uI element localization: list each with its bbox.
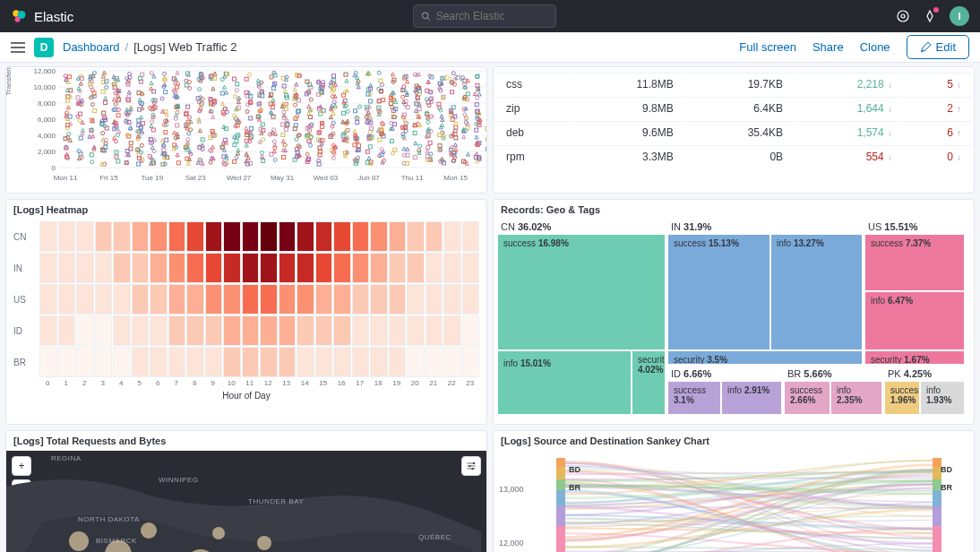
setup-icon[interactable] bbox=[923, 9, 937, 23]
svg-rect-340 bbox=[261, 123, 264, 126]
svg-rect-95 bbox=[116, 114, 120, 117]
global-search[interactable] bbox=[413, 4, 556, 28]
bytes-scatter-chart[interactable]: 12,00010,0008,0006,0004,0002,0000Mon 11F… bbox=[31, 67, 487, 184]
svg-text:4,000: 4,000 bbox=[38, 132, 56, 140]
svg-point-52 bbox=[76, 115, 80, 118]
svg-rect-198 bbox=[165, 138, 168, 142]
svg-point-419 bbox=[309, 98, 313, 101]
treemap-country-US[interactable]: US 15.51%success 7.37%info 6.47%security… bbox=[864, 220, 965, 365]
brand-name: Elastic bbox=[34, 9, 73, 24]
table-row[interactable]: zip 9.8MB 6.4KB 1,644↓ 2↑ bbox=[495, 97, 972, 119]
svg-rect-683 bbox=[466, 92, 469, 96]
svg-rect-773 bbox=[933, 526, 941, 552]
legend-item-zip[interactable]: ▷zip bbox=[445, 73, 465, 82]
svg-rect-470 bbox=[332, 74, 336, 78]
top-nav: Elastic I bbox=[0, 0, 980, 32]
heatmap-chart[interactable]: CNINUSIDBR bbox=[13, 221, 479, 377]
treemap-country-IN[interactable]: IN 31.9%success 15.13%info 13.27%securit… bbox=[667, 220, 863, 365]
user-avatar[interactable]: I bbox=[950, 6, 969, 26]
clone-link[interactable]: Clone bbox=[860, 40, 890, 54]
svg-rect-491 bbox=[357, 144, 361, 148]
table-row[interactable]: rpm 3.3MB 0B 554↓ 0↓ bbox=[495, 145, 972, 168]
elastic-logo-icon bbox=[11, 8, 27, 24]
pencil-icon bbox=[920, 42, 931, 53]
svg-point-332 bbox=[262, 138, 265, 142]
svg-rect-608 bbox=[416, 97, 419, 100]
treemap-country-CN[interactable]: CN 36.02%success 16.98%info 15.01%securi… bbox=[497, 220, 666, 415]
svg-rect-122 bbox=[129, 142, 133, 145]
svg-point-5 bbox=[898, 11, 908, 22]
svg-rect-300 bbox=[236, 82, 239, 86]
svg-rect-612 bbox=[413, 156, 417, 160]
svg-rect-473 bbox=[342, 111, 346, 115]
svg-rect-42 bbox=[79, 136, 82, 140]
full-screen-link[interactable]: Full screen bbox=[739, 40, 796, 54]
svg-rect-670 bbox=[454, 136, 458, 140]
panel-treemap: Records: Geo & Tags CN 36.02%success 16.… bbox=[493, 199, 975, 425]
svg-rect-334 bbox=[262, 160, 265, 163]
svg-text:6,000: 6,000 bbox=[38, 116, 56, 124]
svg-rect-489 bbox=[354, 109, 357, 113]
svg-rect-72 bbox=[102, 111, 106, 115]
svg-text:May 31: May 31 bbox=[271, 174, 295, 182]
svg-rect-373 bbox=[281, 156, 285, 160]
brand-logo[interactable]: Elastic bbox=[11, 8, 73, 24]
svg-point-581 bbox=[401, 95, 405, 99]
svg-point-457 bbox=[331, 125, 334, 128]
svg-rect-772 bbox=[933, 506, 941, 526]
menu-toggle-icon[interactable] bbox=[11, 41, 25, 54]
svg-point-544 bbox=[377, 71, 381, 74]
svg-rect-569 bbox=[390, 139, 393, 142]
svg-rect-289 bbox=[233, 143, 236, 147]
svg-point-348 bbox=[273, 158, 277, 161]
table-row[interactable]: deb 9.6MB 35.4KB 1,574↓ 6↑ bbox=[495, 121, 972, 143]
svg-rect-551 bbox=[379, 79, 383, 82]
treemap-country-BR[interactable]: BR 5.66%success 2.66%info 2.35% bbox=[784, 367, 882, 415]
svg-point-401 bbox=[305, 152, 309, 156]
svg-point-218 bbox=[189, 152, 193, 156]
map-canvas[interactable]: + − REGINAWINNIPEGTHUNDER BAYNORTH DAKOT… bbox=[6, 451, 486, 552]
treemap-country-ID[interactable]: ID 6.66%success 3.1%info 2.91% bbox=[667, 367, 782, 415]
svg-rect-616 bbox=[426, 146, 430, 150]
svg-point-183 bbox=[160, 97, 164, 100]
treemap-chart[interactable]: CN 36.02%success 16.98%info 15.01%securi… bbox=[497, 220, 970, 417]
svg-rect-152 bbox=[142, 122, 145, 125]
svg-rect-529 bbox=[368, 145, 372, 149]
newsfeed-icon[interactable] bbox=[896, 9, 910, 23]
panel-extension-table: css 11.8MB 19.7KB 2,218↓ 5↓ zip 9.8MB 6.… bbox=[493, 66, 975, 194]
svg-rect-661 bbox=[454, 125, 458, 129]
breadcrumb-app[interactable]: Dashboard bbox=[63, 40, 120, 54]
svg-point-622 bbox=[430, 115, 434, 118]
svg-rect-762 bbox=[556, 467, 565, 479]
svg-rect-68 bbox=[90, 153, 93, 157]
search-input[interactable] bbox=[436, 10, 548, 22]
svg-rect-761 bbox=[556, 458, 565, 467]
svg-rect-347 bbox=[271, 115, 275, 118]
share-link[interactable]: Share bbox=[812, 40, 844, 54]
y-axis-label: Transferred byt bbox=[5, 66, 13, 108]
sankey-chart[interactable]: 13,000 12,000 BD BR CN BD BR bbox=[494, 451, 974, 552]
svg-text:12,000: 12,000 bbox=[34, 67, 56, 75]
svg-rect-36 bbox=[66, 99, 70, 102]
svg-text:0: 0 bbox=[52, 164, 56, 172]
svg-point-230 bbox=[187, 81, 191, 84]
table-row[interactable]: css 11.8MB 19.7KB 2,218↓ 5↓ bbox=[495, 73, 972, 95]
svg-rect-40 bbox=[76, 96, 80, 99]
svg-point-341 bbox=[272, 71, 276, 74]
svg-text:Wed 03: Wed 03 bbox=[314, 174, 339, 182]
svg-point-309 bbox=[247, 73, 251, 76]
svg-point-633 bbox=[429, 152, 433, 156]
svg-point-303 bbox=[233, 95, 236, 99]
svg-point-215 bbox=[187, 132, 191, 135]
svg-rect-771 bbox=[933, 490, 941, 506]
svg-rect-108 bbox=[116, 160, 120, 163]
svg-rect-202 bbox=[176, 124, 179, 127]
svg-point-525 bbox=[365, 121, 369, 125]
svg-text:10,000: 10,000 bbox=[34, 83, 56, 91]
svg-point-292 bbox=[235, 89, 238, 92]
svg-point-307 bbox=[245, 109, 249, 113]
svg-point-454 bbox=[331, 121, 335, 125]
treemap-country-PK[interactable]: PK 4.25%success 1.96%info 1.93% bbox=[884, 367, 965, 415]
edit-button[interactable]: Edit bbox=[907, 35, 969, 59]
svg-point-209 bbox=[174, 116, 177, 120]
